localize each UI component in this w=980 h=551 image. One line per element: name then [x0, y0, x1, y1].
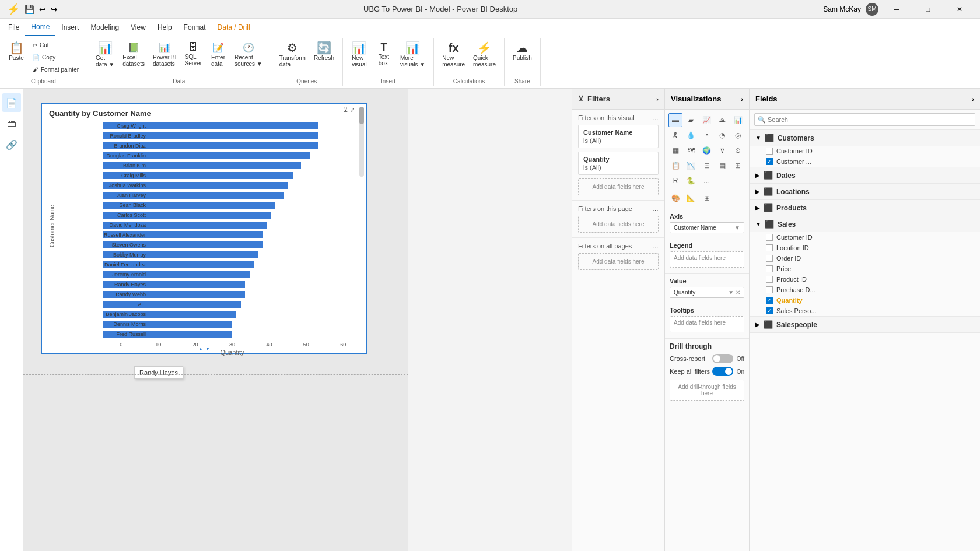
ribbon-sql[interactable]: 🗄 SQLServer — [181, 40, 205, 69]
minimize-button[interactable]: ─ — [883, 0, 910, 19]
viz-axis-field-remove[interactable]: ▼ — [734, 224, 740, 231]
field-item[interactable]: ✓Sales Perso... — [750, 306, 980, 316]
add-data-page[interactable]: Add data fields here — [578, 216, 659, 233]
filters-page-more[interactable]: … — [652, 205, 659, 212]
close-button[interactable]: ✕ — [946, 0, 973, 19]
title-bar-controls[interactable]: ⚡ 💾 ↩ ↪ — [7, 3, 58, 16]
viz-scatter-icon[interactable]: ⚬ — [700, 128, 714, 142]
ribbon-paste[interactable]: 📋 Paste — [5, 40, 28, 64]
ribbon-new-measure[interactable]: fx Newmeasure — [439, 40, 468, 70]
field-item[interactable]: Customer ID — [750, 146, 980, 156]
redo-icon[interactable]: ↪ — [51, 5, 58, 14]
ribbon-enter-data[interactable]: 📝 Enterdata — [206, 40, 230, 69]
field-item[interactable]: Order ID — [750, 253, 980, 264]
viz-python-icon[interactable]: 🐍 — [684, 174, 698, 188]
chart-visual[interactable]: ⊻ ⤢ Quantity by Customer Name Customer N… — [41, 103, 368, 354]
resize-handle-bottom[interactable]: ▲ ▼ — [198, 346, 210, 352]
viz-more-icon[interactable]: … — [700, 174, 714, 188]
viz-map-icon[interactable]: 🗺 — [684, 143, 698, 157]
menu-view[interactable]: View — [125, 19, 152, 36]
field-checkbox[interactable] — [766, 276, 773, 283]
viz-expand-icon[interactable]: › — [741, 96, 743, 103]
field-checkbox[interactable] — [766, 148, 773, 155]
viz-bar-chart-icon[interactable]: ▬ — [668, 113, 682, 127]
ribbon-transform[interactable]: ⚙ Transformdata — [276, 40, 309, 70]
filters-all-more[interactable]: … — [652, 243, 659, 250]
field-checkbox[interactable] — [766, 255, 773, 262]
sidebar-data-icon[interactable]: 🗃 — [2, 114, 21, 133]
viz-analytics-icon[interactable]: 📐 — [684, 191, 698, 205]
maximize-button[interactable]: □ — [915, 0, 942, 19]
viz-kpi-icon[interactable]: 📉 — [684, 159, 698, 173]
ribbon-format-painter[interactable]: 🖌 Format painter — [29, 64, 82, 75]
viz-r-visual-icon[interactable]: R — [668, 174, 682, 188]
menu-file[interactable]: File — [2, 19, 25, 36]
field-checkbox[interactable]: ✓ — [766, 307, 773, 314]
field-checkbox[interactable] — [766, 265, 773, 272]
undo-icon[interactable]: ↩ — [39, 5, 46, 14]
viz-table-icon[interactable]: ▤ — [715, 159, 729, 173]
field-checkbox[interactable] — [766, 286, 773, 293]
viz-fields-icon[interactable]: ⊞ — [700, 191, 714, 205]
sidebar-report-icon[interactable]: 📄 — [2, 93, 21, 112]
sidebar-model-icon[interactable]: 🔗 — [2, 135, 21, 154]
field-item[interactable]: Product ID — [750, 274, 980, 285]
viz-value-field[interactable]: Quantity ▼ ✕ — [670, 287, 744, 298]
add-data-all[interactable]: Add data fields here — [578, 253, 659, 270]
field-group-header-salespeople[interactable]: ▶ ⬛ Salespeople — [750, 317, 980, 332]
ribbon-recent-sources[interactable]: 🕐 Recentsources ▼ — [231, 40, 266, 69]
drill-add-fields[interactable]: Add drill-through fields here — [670, 380, 744, 401]
ribbon-publish[interactable]: ☁ Publish — [509, 40, 536, 64]
viz-ribbon-chart-icon[interactable]: 🎗 — [668, 128, 682, 142]
viz-gauge-icon[interactable]: ⊙ — [731, 143, 745, 157]
field-group-header-dates[interactable]: ▶ ⬛ Dates — [750, 167, 980, 183]
chart-controls[interactable]: ⊻ ⤢ — [344, 107, 355, 113]
field-checkbox[interactable] — [766, 234, 773, 241]
field-checkbox[interactable] — [766, 244, 773, 251]
viz-card-icon[interactable]: 📋 — [668, 159, 682, 173]
field-group-header-products[interactable]: ▶ ⬛ Products — [750, 200, 980, 216]
field-checkbox[interactable]: ✓ — [766, 158, 773, 165]
viz-waterfall-icon[interactable]: 💧 — [684, 128, 698, 142]
ribbon-excel[interactable]: 📗 Exceldatasets — [119, 40, 148, 69]
keep-filters-toggle[interactable] — [712, 367, 733, 376]
field-item[interactable]: Purchase D... — [750, 285, 980, 295]
viz-legend-placeholder[interactable]: Add data fields here — [670, 251, 744, 268]
cross-report-toggle[interactable] — [712, 354, 733, 363]
viz-pie-icon[interactable]: ◔ — [715, 128, 729, 142]
field-group-header-locations[interactable]: ▶ ⬛ Locations — [750, 184, 980, 199]
viz-column-chart-icon[interactable]: ▰ — [684, 113, 698, 127]
field-item[interactable]: Customer ID — [750, 232, 980, 243]
filters-collapse-icon[interactable]: › — [656, 96, 659, 103]
viz-donut-icon[interactable]: ◎ — [731, 128, 745, 142]
viz-format-icon[interactable]: 🎨 — [668, 191, 682, 205]
viz-line-chart-icon[interactable]: 📈 — [700, 113, 714, 127]
fields-collapse-icon[interactable]: › — [972, 96, 974, 103]
ribbon-new-visual[interactable]: 📊 Newvisual — [348, 40, 371, 70]
field-item[interactable]: Location ID — [750, 243, 980, 253]
filters-visual-more[interactable]: … — [652, 114, 659, 121]
filter-card-quantity[interactable]: Quantity is (All) — [578, 152, 659, 175]
viz-axis-field[interactable]: Customer Name ▼ — [670, 222, 744, 233]
fields-search-input[interactable] — [754, 113, 975, 126]
ribbon-refresh[interactable]: 🔄 Refresh — [310, 40, 338, 64]
add-data-visual[interactable]: Add data fields here — [578, 178, 659, 195]
menu-insert[interactable]: Insert — [55, 19, 85, 36]
viz-treemap-icon[interactable]: ▦ — [668, 143, 682, 157]
main-canvas[interactable]: ⊻ ⤢ Quantity by Customer Name Customer N… — [23, 89, 408, 551]
chart-filter-icon[interactable]: ⊻ — [344, 107, 348, 113]
field-group-header-sales[interactable]: ▼ ⬛ Sales — [750, 216, 980, 232]
menu-data-drill[interactable]: Data / Drill — [212, 19, 256, 36]
ribbon-more-visuals[interactable]: 📊 Morevisuals ▼ — [397, 40, 429, 70]
field-item[interactable]: Price — [750, 264, 980, 274]
filter-card-customer[interactable]: Customer Name is (All) — [578, 125, 659, 148]
viz-value-field-remove[interactable]: ▼ ✕ — [728, 289, 740, 296]
field-group-header-customers[interactable]: ▼ ⬛ Customers — [750, 130, 980, 146]
field-item[interactable]: ✓Quantity — [750, 295, 980, 306]
menu-help[interactable]: Help — [152, 19, 178, 36]
ribbon-text-box[interactable]: T Textbox — [372, 40, 396, 69]
viz-area-chart-icon[interactable]: ⛰ — [715, 113, 729, 127]
ribbon-powerbi-datasets[interactable]: 📊 Power BIdatasets — [149, 40, 180, 69]
ribbon-quick-measure[interactable]: ⚡ Quickmeasure — [470, 40, 499, 70]
viz-matrix-icon[interactable]: ⊞ — [731, 159, 745, 173]
